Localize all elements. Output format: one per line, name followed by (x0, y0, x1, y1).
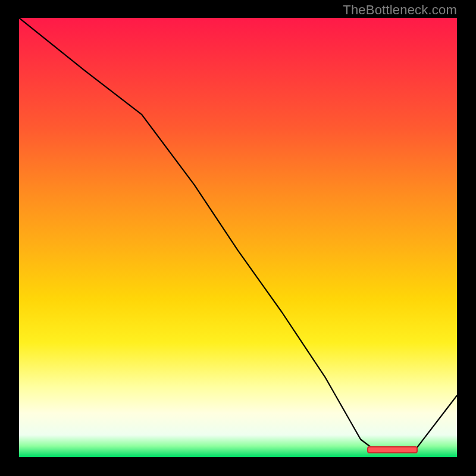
chart-frame: TheBottleneck.com (0, 0, 476, 476)
plot-area (19, 18, 457, 457)
optimal-range-marker (367, 446, 418, 453)
bottleneck-line (19, 18, 457, 453)
curve-svg (19, 18, 457, 457)
watermark-text: TheBottleneck.com (343, 2, 457, 18)
